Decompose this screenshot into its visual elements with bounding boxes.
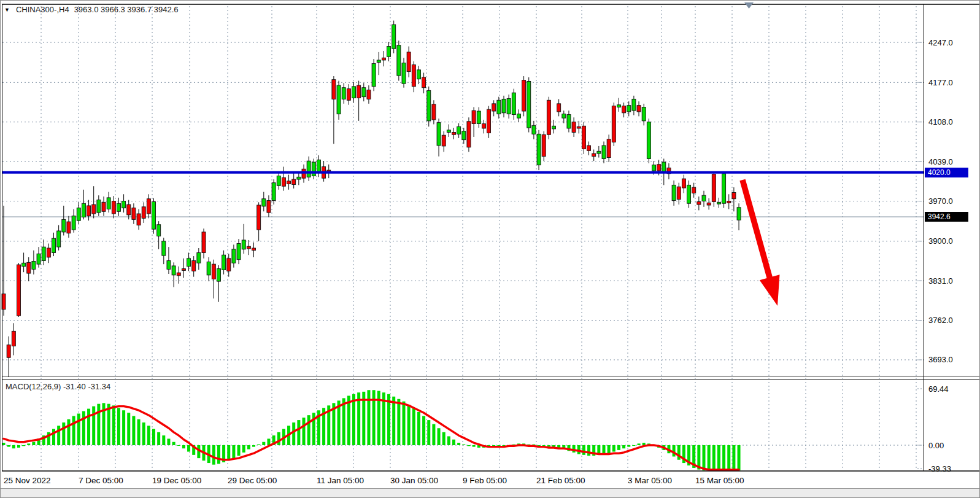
candle-body: [492, 104, 496, 111]
macd-axis-label: 69.44: [928, 384, 949, 394]
candle-body: [592, 154, 596, 157]
macd-histogram-bar: [303, 418, 306, 445]
candle-body: [207, 262, 210, 274]
candle-body: [137, 214, 141, 225]
candle-body: [32, 261, 36, 269]
candle-body: [702, 195, 706, 201]
macd-histogram-bar: [632, 445, 635, 446]
macd-histogram-bar: [727, 445, 730, 470]
candle-body: [187, 259, 191, 267]
candle-body: [222, 255, 226, 270]
candle-body: [617, 105, 620, 107]
candle-body: [17, 265, 20, 316]
candle-body: [172, 266, 176, 275]
macd-histogram-bar: [367, 390, 370, 445]
candle-body: [547, 100, 550, 134]
candle-body: [707, 203, 711, 205]
candle-body: [47, 248, 50, 257]
candle-body: [522, 80, 526, 111]
macd-histogram-bar: [307, 415, 311, 445]
macd-histogram-bar: [227, 445, 230, 461]
macd-histogram-bar: [87, 409, 90, 445]
symbol-dropdown-icon[interactable]: ▼: [4, 7, 10, 13]
candle-body: [462, 131, 466, 140]
macd-histogram-bar: [608, 445, 611, 453]
macd-histogram-bar: [142, 422, 145, 445]
macd-histogram-bar: [72, 416, 75, 445]
candle-body: [727, 201, 731, 203]
candle-body: [87, 206, 91, 216]
price-axis-label: 4039.0: [928, 157, 953, 166]
macd-histogram-bar: [22, 445, 25, 446]
macd-histogram-bar: [277, 432, 280, 445]
time-axis-label: 3 Mar 05:00: [628, 476, 672, 485]
candle-body: [717, 202, 720, 204]
candle-body: [687, 185, 691, 203]
price-axis-label: 3970.0: [928, 196, 953, 206]
time-axis-label: 11 Jan 05:00: [317, 476, 364, 485]
candle-body: [217, 269, 220, 282]
candle-body: [212, 264, 215, 279]
time-axis-label: 7 Dec 05:00: [79, 476, 123, 485]
macd-axis-label: 0.00: [928, 441, 944, 450]
candle-body: [127, 204, 131, 215]
candle-body: [412, 64, 415, 86]
macd-histogram-bar: [452, 440, 455, 445]
candle-body: [387, 47, 391, 57]
candle-body: [472, 111, 476, 123]
candle-body: [287, 181, 291, 184]
macd-histogram-bar: [292, 422, 295, 445]
candle-body: [357, 85, 361, 98]
macd-histogram-bar: [217, 445, 220, 464]
trend-arrow-down[interactable]: [739, 179, 779, 306]
macd-histogram-bar: [462, 445, 465, 445]
candle-body: [342, 88, 345, 99]
chart-canvas[interactable]: 4247.04177.04108.04039.03970.03900.03831…: [1, 1, 980, 498]
macd-histogram-bar: [467, 445, 470, 446]
macd-histogram-bar: [167, 438, 170, 445]
macd-histogram-bar: [457, 443, 460, 445]
candle-body: [347, 89, 350, 101]
candle-body: [82, 203, 85, 217]
candle-body: [362, 88, 366, 97]
macd-histogram-bar: [372, 390, 376, 445]
symbol-period-label: CHINA300-,H4: [16, 5, 69, 14]
candle-body: [12, 331, 15, 346]
candle-body: [22, 263, 26, 267]
candle-body: [652, 165, 656, 171]
candle-body: [262, 199, 266, 206]
macd-histogram-bar: [473, 445, 476, 447]
candle-body: [532, 125, 536, 134]
macd-histogram-bar: [82, 411, 85, 445]
macd-histogram-bar: [62, 422, 65, 445]
candle-body: [202, 232, 206, 253]
macd-histogram-bar: [132, 416, 135, 445]
candle-body: [542, 134, 546, 156]
candle-body: [627, 106, 631, 112]
macd-histogram-bar: [617, 445, 620, 450]
candle-body: [52, 238, 56, 252]
candle-body: [307, 161, 311, 177]
chart-shift-marker-icon[interactable]: [744, 2, 754, 9]
candle-body: [227, 259, 231, 271]
candle-body: [432, 104, 436, 120]
candle-body: [112, 201, 115, 214]
candle-body: [282, 177, 285, 186]
macd-histogram-bar: [147, 426, 150, 445]
macd-histogram-bar: [717, 445, 720, 470]
macd-histogram-bar: [67, 419, 70, 445]
macd-histogram-bar: [403, 402, 406, 445]
candle-body: [167, 261, 171, 270]
candle-body: [482, 124, 485, 128]
macd-histogram-bar: [137, 419, 141, 445]
candle-body: [437, 123, 441, 146]
macd-histogram-bar: [422, 416, 425, 445]
macd-histogram-bar: [57, 426, 60, 445]
candle-body: [732, 192, 736, 198]
candle-body: [477, 111, 480, 124]
macd-histogram-bar: [172, 442, 176, 445]
candle-body: [142, 207, 145, 219]
price-axis-label: 3762.0: [928, 316, 953, 325]
candle-body: [452, 133, 456, 135]
candle-body: [457, 126, 461, 134]
